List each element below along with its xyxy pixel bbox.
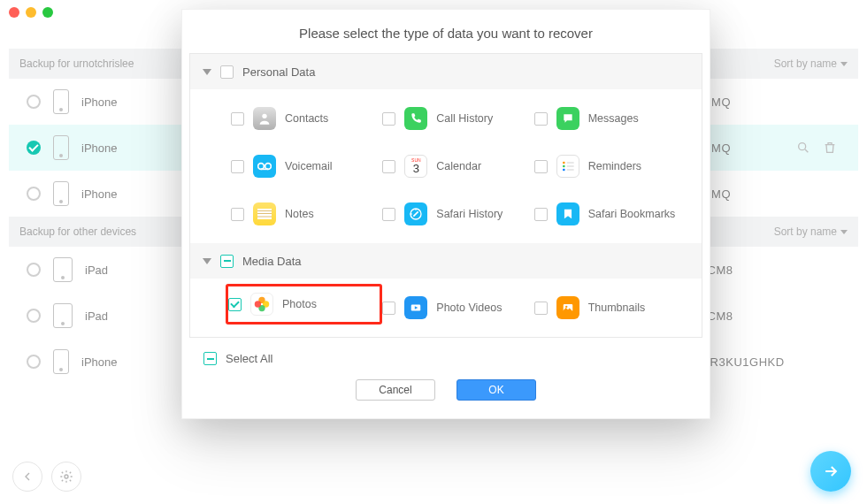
svg-rect-14: [257, 217, 272, 218]
svg-point-0: [799, 143, 806, 150]
svg-rect-10: [566, 169, 573, 170]
search-icon[interactable]: [796, 141, 810, 155]
item-checkbox[interactable]: [231, 208, 244, 221]
call-icon: [404, 107, 427, 130]
vm-icon: [253, 155, 276, 178]
item-label: Reminders: [588, 160, 641, 172]
data-type-contacts[interactable]: Contacts: [231, 95, 382, 142]
item-label: Calendar: [436, 160, 481, 172]
row-actions: [796, 141, 858, 155]
row-radio[interactable]: [27, 95, 41, 109]
minimize-window-button[interactable]: [26, 7, 36, 18]
svg-point-4: [265, 164, 272, 170]
item-label: Photo Videos: [436, 302, 502, 314]
svg-point-2: [262, 114, 266, 118]
data-type-vm[interactable]: Voicemail: [231, 142, 382, 190]
item-label: Notes: [285, 208, 314, 220]
svg-point-7: [563, 169, 565, 172]
next-button[interactable]: [810, 451, 851, 492]
svg-rect-12: [257, 210, 272, 211]
tablet-icon: [53, 303, 73, 328]
data-type-photos[interactable]: Photos: [226, 284, 382, 325]
window-controls: [9, 7, 53, 18]
row-radio[interactable]: [27, 355, 41, 369]
sort-menu[interactable]: Sort by name: [774, 225, 848, 238]
data-type-safari[interactable]: Safari History: [382, 190, 533, 238]
svg-point-3: [258, 164, 265, 170]
item-checkbox[interactable]: [231, 112, 244, 126]
category-checkbox[interactable]: [220, 255, 234, 268]
recover-data-dialog: Please select the type of data you want …: [181, 9, 710, 419]
select-all-checkbox[interactable]: [203, 352, 217, 365]
category-grid: PhotosPhoto VideosThumbnails: [190, 279, 702, 337]
category-grid: ContactsCall HistoryMessagesVoicemailSUN…: [190, 89, 702, 243]
select-all-row[interactable]: Select All: [182, 348, 710, 374]
row-radio[interactable]: [27, 141, 41, 155]
data-type-pvideo[interactable]: Photo Videos: [382, 284, 533, 332]
item-checkbox[interactable]: [382, 302, 395, 315]
sort-menu[interactable]: Sort by name: [774, 57, 848, 70]
close-window-button[interactable]: [9, 7, 19, 18]
svg-rect-13: [257, 213, 272, 214]
category-header[interactable]: Personal Data: [190, 54, 702, 89]
svg-point-19: [255, 301, 261, 307]
data-type-bookmark[interactable]: Safari Bookmarks: [534, 190, 686, 238]
data-type-thumb[interactable]: Thumbnails: [534, 284, 686, 332]
item-label: Safari History: [436, 208, 503, 220]
category-header[interactable]: Media Data: [190, 243, 702, 279]
item-checkbox[interactable]: [534, 208, 548, 221]
svg-point-23: [565, 306, 567, 308]
section-label: Backup for other devices: [19, 225, 136, 238]
tablet-icon: [53, 257, 73, 282]
row-radio[interactable]: [27, 187, 41, 201]
item-checkbox[interactable]: [534, 112, 548, 126]
item-label: Call History: [436, 112, 493, 125]
data-type-notes[interactable]: Notes: [231, 190, 382, 238]
data-type-call[interactable]: Call History: [382, 95, 533, 142]
svg-point-5: [563, 162, 565, 164]
contacts-icon: [253, 107, 276, 130]
pvideo-icon: [404, 296, 427, 319]
serial-number: 7G5MQ: [688, 95, 858, 109]
phone-icon: [53, 181, 69, 206]
category-label: Personal Data: [242, 65, 315, 79]
rem-icon: [556, 155, 579, 178]
item-checkbox[interactable]: [382, 160, 395, 173]
item-checkbox[interactable]: [382, 208, 395, 221]
serial-number: XFCM8: [692, 263, 858, 277]
item-label: Messages: [588, 112, 639, 125]
delete-icon[interactable]: [823, 141, 837, 155]
item-checkbox[interactable]: [534, 302, 548, 315]
section-label: Backup for urnotchrislee: [19, 57, 134, 70]
item-checkbox[interactable]: [228, 298, 242, 311]
data-type-panel: Personal DataContactsCall HistoryMessage…: [189, 53, 702, 338]
maximize-window-button[interactable]: [42, 7, 53, 18]
dialog-title: Please select the type of data you want …: [182, 10, 710, 53]
phone-icon: [53, 89, 69, 114]
data-type-msg[interactable]: Messages: [534, 95, 686, 142]
thumb-icon: [556, 296, 579, 319]
data-type-cal[interactable]: SUN3Calendar: [382, 142, 533, 190]
item-label: Voicemail: [285, 160, 333, 172]
svg-rect-9: [566, 165, 573, 166]
category-checkbox[interactable]: [220, 65, 234, 79]
bottom-toolbar: [12, 462, 81, 492]
item-checkbox[interactable]: [382, 112, 395, 126]
disclosure-triangle-icon[interactable]: [203, 258, 211, 264]
serial-number: XFCM8: [692, 309, 858, 323]
disclosure-triangle-icon[interactable]: [203, 69, 211, 75]
settings-button[interactable]: [51, 462, 81, 492]
row-radio[interactable]: [27, 309, 41, 323]
data-type-rem[interactable]: Reminders: [534, 142, 686, 190]
serial-number: F9FR3KU1GHKD: [688, 355, 858, 369]
notes-icon: [253, 202, 276, 225]
select-all-label: Select All: [226, 352, 272, 365]
row-radio[interactable]: [27, 263, 41, 277]
cancel-button[interactable]: Cancel: [356, 379, 435, 401]
dialog-buttons: Cancel OK: [182, 374, 710, 418]
back-button[interactable]: [12, 462, 42, 492]
item-checkbox[interactable]: [534, 160, 548, 173]
item-checkbox[interactable]: [231, 160, 244, 173]
ok-button[interactable]: OK: [457, 379, 536, 401]
item-label: Thumbnails: [588, 302, 646, 314]
